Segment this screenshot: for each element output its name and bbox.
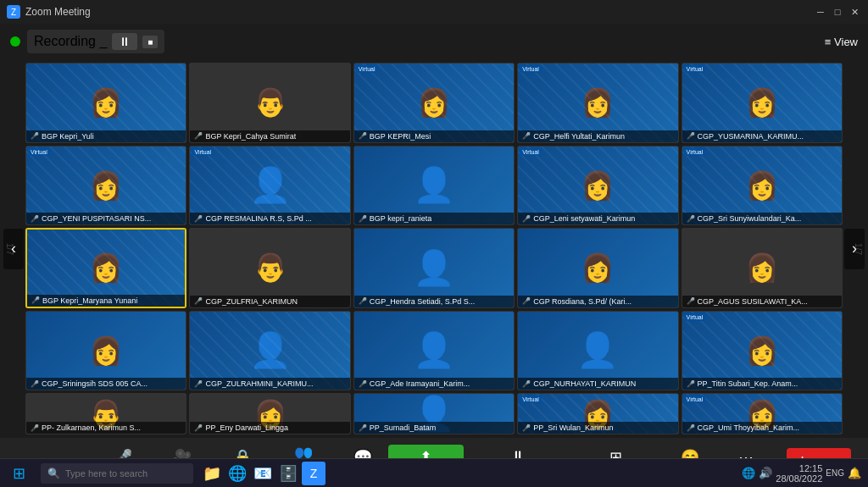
participant-name-2: BGP KEPRI_Mesi [370,132,431,141]
window-controls[interactable]: ─ □ ✕ [814,5,861,19]
clock-time: 12:15 [799,463,823,473]
virtual-badge-23: Virtual [520,396,542,403]
virtual-badge-2: Virtual [356,65,378,73]
participant-name-4: CGP_YUSMARINA_KARIMU... [698,132,804,141]
virtual-badge-5: Virtual [28,148,50,156]
participant-name-13: CGP Rosdiana, S.Pd/ (Kari... [533,297,632,306]
participant-name-11: CGP_ZULFRIA_KARIMUN [205,297,298,306]
participant-cell-10: 👩 🎤 BGP Kepri_Maryana Yunani [25,228,186,308]
minimize-button[interactable]: ─ [814,5,827,19]
virtual-badge-4: Virtual [684,65,706,73]
participant-cell-13: 👩 🎤 CGP Rosdiana, S.Pd/ (Kari... [517,228,678,308]
participant-name-0: BGP Kepri_Yuli [42,132,94,141]
participant-name-7: BGP kepri_ranieta [370,214,431,223]
mic-icon-20: 🎤 [31,424,39,432]
participant-cell-2: Virtual 👩 🎤 BGP KEPRI_Mesi [353,63,515,143]
clock-date: 28/08/2022 [776,473,822,484]
participant-name-9: CGP_Sri Sunyiwulandari_Ka... [698,214,802,223]
next-page-button[interactable]: › [844,229,865,269]
participant-cell-15: 👩 🎤 CGP_Sriningsih SDS 005 CA... [25,311,186,391]
participant-name-16: CGP_ZULRAHMINI_KARIMU... [205,379,313,388]
mic-icon-19: 🎤 [687,380,695,388]
participant-name-5: CGP_YENI PUSPITASARI NS... [42,214,151,223]
notification-icon: 🔔 [848,467,861,479]
taskbar-icon-zoom[interactable]: Z [302,462,326,485]
participant-name-24: CGP_Umi Thoyyibah_Karim... [698,423,799,432]
window-title: Zoom Meeting [25,6,91,18]
participant-name-12: CGP_Hendra Setiadi, S.Pd S... [370,297,476,306]
participant-cell-23: Virtual 👩 🎤 PP_Sri Wulan_Karimun [517,393,678,434]
mic-icon-22: 🎤 [359,424,367,432]
participant-cell-1: 👨 🎤 BGP Kepri_Cahya Sumirat [189,63,350,143]
mic-icon-18: 🎤 [522,380,531,388]
maximize-button[interactable]: □ [831,5,844,19]
participant-cell-12: 👤 🎤 CGP_Hendra Setiadi, S.Pd S... [353,228,515,308]
mic-icon-0: 🎤 [31,132,39,140]
participant-cell-9: Virtual 👩 🎤 CGP_Sri Sunyiwulandari_Ka... [682,146,843,226]
mic-icon-21: 🎤 [194,424,203,432]
participant-name-19: PP_Titin Subari_Kep. Anam... [698,379,798,388]
recording-badge: Recording _ ⏸ ■ [27,30,164,53]
participant-cell-0: 👩 🎤 BGP Kepri_Yuli [25,63,186,143]
mic-icon-17: 🎤 [359,380,367,388]
participant-name-15: CGP_Sriningsih SDS 005 CA... [42,379,147,388]
virtual-badge-6: Virtual [192,148,214,156]
taskbar-pinned-icons: 📁 🌐 📧 🗄️ Z [197,462,329,485]
participant-cell-24: Virtual 👩 🎤 CGP_Umi Thoyyibah_Karim... [682,393,843,434]
taskbar-icon-2[interactable]: 🌐 [225,462,249,485]
stop-recording-button[interactable]: ■ [142,36,158,48]
start-button[interactable]: ⊞ [0,459,37,488]
mic-icon-12: 🎤 [359,297,367,305]
virtual-badge-19: Virtual [684,313,706,321]
mic-icon-15: 🎤 [31,380,39,388]
participant-name-3: CGP_Helfi Yultati_Karimun [533,132,625,141]
mic-icon-5: 🎤 [31,215,39,223]
mic-icon-2: 🎤 [359,132,367,140]
view-menu[interactable]: ≡ View [825,36,858,48]
search-icon: 🔍 [47,468,60,479]
pause-recording-button[interactable]: ⏸ [112,33,137,50]
volume-icon: 🔊 [759,467,772,479]
participant-cell-14: 👩 🎤 CGP_AGUS SUSILAWATI_KA... [682,228,843,308]
video-grid-area: ‹ 1/7 👩 🎤 BGP Kepri_Yuli 👨 � [0,59,868,438]
taskbar-icon-3[interactable]: 📧 [251,462,275,485]
mic-icon-6: 🎤 [194,215,203,223]
system-icons: 🌐 🔊 [742,467,772,479]
taskbar-search-input[interactable] [65,468,175,479]
participant-name-8: CGP_Leni setyawati_Karimun [533,214,635,223]
participant-name-20: PP- Zulkarnaen, Karimun S... [42,423,141,432]
participant-cell-11: 👨 🎤 CGP_ZULFRIA_KARIMUN [189,228,350,308]
windows-icon: ⊞ [13,464,25,483]
participant-name-17: CGP_Ade Iramayani_Karim... [370,379,470,388]
recording-text: Recording _ [34,34,107,49]
mic-icon-9: 🎤 [687,215,695,223]
mic-icon-8: 🎤 [522,215,531,223]
close-button[interactable]: ✕ [848,5,861,19]
taskbar-right-area: 🌐 🔊 12:15 28/08/2022 ENG 🔔 [742,463,868,484]
prev-page-button[interactable]: ‹ [3,229,24,269]
participant-cell-7: 👤 🎤 BGP kepri_ranieta [353,146,515,226]
mic-icon-11: 🎤 [194,297,203,305]
taskbar-icon-1[interactable]: 📁 [200,462,224,485]
virtual-badge-9: Virtual [684,148,706,156]
participant-cell-20: 👨 🎤 PP- Zulkarnaen, Karimun S... [25,393,186,434]
windows-taskbar: ⊞ 🔍 📁 🌐 📧 🗄️ Z 🌐 🔊 12:15 28/08/2022 [0,458,868,487]
mic-icon-24: 🎤 [687,424,695,432]
mic-icon-10: 🎤 [31,296,40,304]
participant-cell-21: 👩 🎤 PP_Eny Darwati_Lingga [189,393,350,434]
mic-icon-3: 🎤 [522,132,531,140]
virtual-badge-8: Virtual [520,148,542,156]
recording-indicator [10,36,20,47]
taskbar-search-box[interactable]: 🔍 [41,463,193,484]
virtual-badge-3: Virtual [520,65,542,73]
mic-icon-13: 🎤 [522,297,531,305]
app-icon: Z [7,5,20,19]
zoom-meeting-area: Recording _ ⏸ ■ ≡ View ‹ 1/7 👩 🎤 BGP Kep… [0,24,868,487]
participant-name-22: PP_Sumadi_Batam [370,423,437,432]
mic-icon-14: 🎤 [687,297,695,305]
participant-cell-8: Virtual 👩 🎤 CGP_Leni setyawati_Karimun [517,146,678,226]
participant-cell-18: 👤 🎤 CGP_NURHAYATI_KARIMUN [517,311,678,391]
participant-name-1: BGP Kepri_Cahya Sumirat [205,132,296,141]
mic-icon-16: 🎤 [194,380,203,388]
taskbar-icon-4[interactable]: 🗄️ [276,462,300,485]
